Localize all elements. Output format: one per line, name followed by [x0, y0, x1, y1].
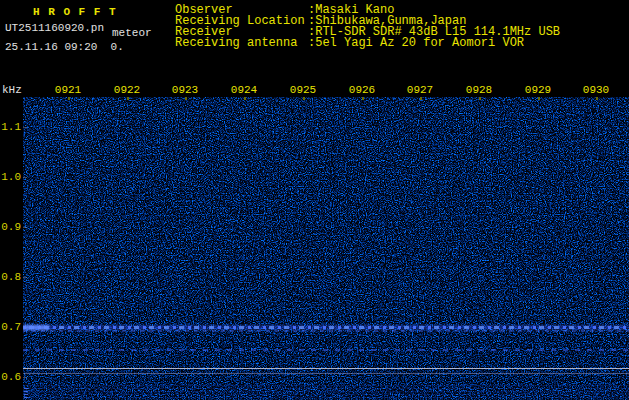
bottom-strip — [23, 385, 629, 400]
time-tick-label: 0921 — [54, 84, 82, 96]
tick-mark — [23, 227, 27, 228]
time-tick-label: 0922 — [113, 84, 141, 96]
tick-mark — [244, 97, 246, 100]
bottom-left-dots — [24, 388, 28, 398]
tick-mark — [23, 377, 27, 378]
freq-tick-label: 0.8 — [0, 271, 21, 283]
tick-mark — [68, 97, 70, 100]
capture-filename: UT2511160920.pn — [5, 22, 104, 34]
freq-tick-label: 1.0 — [0, 171, 21, 183]
hrofft-screen: H R O F F T UT2511160920.pn meteor 25.11… — [0, 0, 629, 400]
time-tick-label: 0926 — [348, 84, 376, 96]
station-label: Receiving antenna — [175, 38, 308, 49]
tick-mark — [185, 97, 187, 100]
marker-line-lower — [23, 373, 629, 374]
tick-mark — [538, 97, 540, 100]
app-title: H R O F F T — [33, 6, 117, 18]
noise-texture — [23, 97, 629, 400]
station-info: Observer :Masaki Kano Receiving Location… — [175, 5, 560, 49]
tick-mark — [362, 97, 364, 100]
freq-tick-label: 0.7 — [0, 321, 21, 333]
tick-mark — [23, 127, 27, 128]
carrier-trace-0_70khz — [23, 326, 629, 329]
tick-mark — [127, 97, 129, 100]
time-tick-label: 0925 — [289, 84, 317, 96]
freq-axis-unit: kHz — [2, 84, 22, 96]
carrier-trace-underside — [23, 330, 629, 332]
tick-mark — [596, 97, 598, 100]
tick-mark — [23, 277, 27, 278]
station-row-antenna: Receiving antenna :5el Yagi Az 20 for Ao… — [175, 38, 560, 49]
tick-mark — [23, 177, 27, 178]
marker-line-upper — [23, 368, 629, 369]
freq-tick-label: 0.9 — [0, 221, 21, 233]
time-tick-label: 0928 — [465, 84, 493, 96]
freq-tick-label: 0.6 — [0, 371, 21, 383]
time-tick-label: 0924 — [230, 84, 258, 96]
tick-mark — [479, 97, 481, 100]
station-value: :5el Yagi Az 20 for Aomori VOR — [308, 38, 524, 49]
tick-mark — [303, 97, 305, 100]
secondary-trace-0_65khz — [23, 349, 629, 351]
time-tick-label: 0929 — [524, 84, 552, 96]
freq-tick-label: 1.1 — [0, 121, 21, 133]
capture-datetime: 25.11.16 09:20 0. — [5, 41, 124, 53]
time-tick-label: 0930 — [582, 84, 610, 96]
capture-note: meteor — [112, 27, 152, 39]
time-tick-label: 0923 — [171, 84, 199, 96]
time-tick-label: 0927 — [406, 84, 434, 96]
spectrogram-plot — [23, 97, 629, 400]
tick-mark — [420, 97, 422, 100]
